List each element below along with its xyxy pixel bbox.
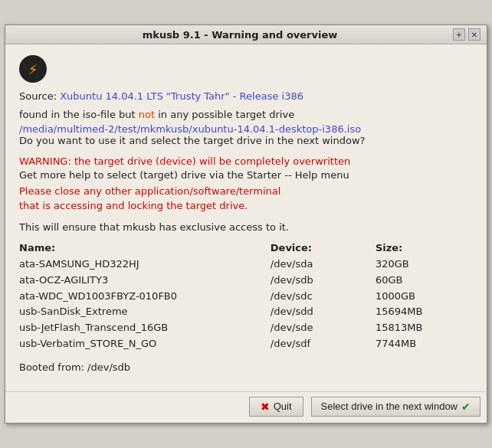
warning-line-1: WARNING: the target drive (device) will …: [19, 154, 473, 169]
logo-row: ⚡: [19, 55, 473, 83]
col-device-header: Device:: [263, 242, 368, 253]
next-window-button[interactable]: Select drive in the next window ✔: [311, 397, 481, 417]
app-logo: ⚡: [19, 55, 47, 83]
drive-size: 60GB: [368, 273, 473, 289]
drive-name: ata-WDC_WD1003FBYZ-010FB0: [19, 289, 263, 305]
source-line: Source: Xubuntu 14.04.1 LTS "Trusty Tahr…: [19, 90, 473, 102]
plus-button[interactable]: +: [453, 28, 465, 41]
table-row: usb-SanDisk_Extreme /dev/sdd 15694MB: [19, 304, 473, 320]
footer: ✖ Quit Select drive in the next window ✔: [5, 391, 487, 423]
drives-table: Name: Device: Size: ata-SAMSUNG_HD322HJ …: [19, 242, 473, 352]
drive-device: /dev/sdb: [263, 273, 368, 289]
warning-line-2: Get more help to select (target) drive v…: [19, 169, 473, 181]
quit-button[interactable]: ✖ Quit: [249, 397, 303, 417]
warning-line-3: Please close any other application/softw…: [19, 184, 473, 199]
warning-section: WARNING: the target drive (device) will …: [19, 154, 473, 214]
drive-size: 1000GB: [368, 289, 473, 305]
question-line: Do you want to use it and select the tar…: [19, 135, 473, 146]
drive-size: 15694MB: [368, 304, 473, 320]
drives-header: Name: Device: Size:: [19, 242, 473, 253]
window-controls: + ✕: [453, 28, 481, 41]
drives-rows: ata-SAMSUNG_HD322HJ /dev/sda 320GB ata-O…: [19, 257, 473, 352]
drive-size: 7744MB: [368, 336, 473, 352]
table-row: usb-Verbatim_STORE_N_GO /dev/sdf 7744MB: [19, 336, 473, 352]
table-row: ata-SAMSUNG_HD322HJ /dev/sda 320GB: [19, 257, 473, 273]
drive-name: usb-SanDisk_Extreme: [19, 304, 263, 320]
drive-device: /dev/sdd: [263, 304, 368, 320]
drive-name: ata-SAMSUNG_HD322HJ: [19, 257, 263, 273]
drive-device: /dev/sdc: [263, 289, 368, 305]
warning-line-4: that is accessing and locking the target…: [19, 198, 473, 214]
table-row: ata-WDC_WD1003FBYZ-010FB0 /dev/sdc 1000G…: [19, 289, 473, 305]
booted-label: Booted from:: [19, 361, 84, 373]
quit-icon: ✖: [261, 401, 270, 413]
found-prefix: found in the iso-file but: [19, 109, 139, 120]
drive-device: /dev/sde: [263, 320, 368, 336]
table-row: usb-JetFlash_Transcend_16GB /dev/sde 158…: [19, 320, 473, 336]
source-link[interactable]: Xubuntu 14.04.1 LTS "Trusty Tahr" - Rele…: [60, 90, 303, 102]
drive-size: 15813MB: [368, 320, 473, 336]
table-row: ata-OCZ-AGILITY3 /dev/sdb 60GB: [19, 273, 473, 289]
ensure-line: This will ensure that mkusb has exclusiv…: [19, 221, 473, 233]
check-icon: ✔: [461, 401, 471, 413]
drive-name: usb-JetFlash_Transcend_16GB: [19, 320, 263, 336]
drive-name: usb-Verbatim_STORE_N_GO: [19, 336, 263, 352]
drive-device: /dev/sda: [263, 257, 368, 273]
quit-label: Quit: [274, 401, 292, 412]
drive-name: ata-OCZ-AGILITY3: [19, 273, 263, 289]
source-label: Source:: [19, 90, 57, 102]
drive-size: 320GB: [368, 257, 473, 273]
drive-device: /dev/sdf: [263, 336, 368, 352]
found-line: found in the iso-file but not in any pos…: [19, 108, 473, 122]
next-label: Select drive in the next window: [321, 401, 458, 412]
col-size-header: Size:: [368, 242, 473, 253]
iso-path[interactable]: /media/multimed-2/test/mkmkusb/xubuntu-1…: [19, 123, 473, 135]
window-title: mkusb 9.1 - Warning and overview: [27, 29, 453, 41]
booted-device: /dev/sdb: [87, 361, 130, 373]
not-word: not: [139, 109, 155, 120]
titlebar: mkusb 9.1 - Warning and overview + ✕: [5, 25, 487, 44]
col-name-header: Name:: [19, 242, 263, 253]
booted-line: Booted from: /dev/sdb: [19, 361, 473, 373]
close-button[interactable]: ✕: [468, 28, 481, 41]
main-window: mkusb 9.1 - Warning and overview + ✕ ⚡ S…: [5, 25, 487, 423]
content-area: ⚡ Source: Xubuntu 14.04.1 LTS "Trusty Ta…: [5, 44, 487, 391]
found-suffix: in any possible target drive: [155, 109, 294, 120]
